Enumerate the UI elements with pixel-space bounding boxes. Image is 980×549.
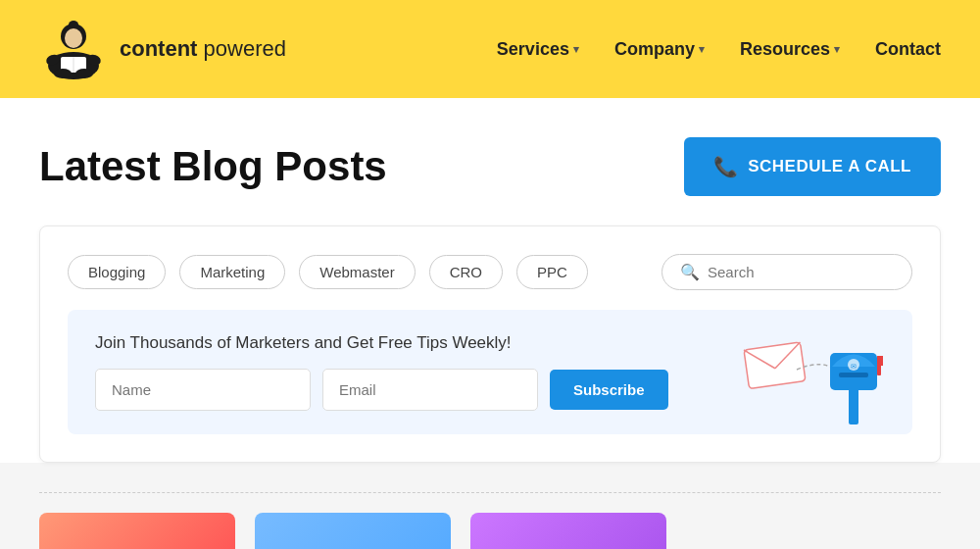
newsletter-email-input[interactable]: [322, 369, 538, 411]
newsletter-name-input[interactable]: [95, 369, 311, 411]
newsletter-fields: Subscribe: [95, 369, 716, 411]
svg-point-2: [65, 28, 82, 48]
svg-text:✉: ✉: [851, 363, 857, 370]
chevron-down-icon: ▾: [834, 43, 840, 56]
newsletter-strip: Join Thousands of Marketers and Get Free…: [68, 310, 912, 434]
card-preview-3: [470, 513, 666, 549]
filter-tag-ppc[interactable]: PPC: [516, 255, 588, 289]
search-input[interactable]: [708, 264, 894, 280]
card-preview-1: [39, 513, 235, 549]
svg-rect-17: [877, 356, 883, 366]
logo-icon: [39, 15, 108, 83]
main-nav: Services ▾ Company ▾ Resources ▾ Contact: [497, 39, 941, 60]
logo-text: content powered: [120, 38, 286, 60]
schedule-call-button[interactable]: 📞 SCHEDULE A CALL: [684, 137, 941, 196]
chevron-down-icon: ▾: [699, 43, 705, 56]
svg-point-8: [54, 69, 72, 78]
svg-point-3: [69, 21, 78, 28]
newsletter-title: Join Thousands of Marketers and Get Free…: [95, 333, 716, 353]
svg-rect-10: [744, 341, 806, 388]
chevron-down-icon: ▾: [573, 43, 579, 56]
search-icon: 🔍: [680, 263, 700, 281]
page-header-row: Latest Blog Posts 📞 SCHEDULE A CALL: [39, 137, 941, 196]
card-preview-2: [255, 513, 451, 549]
nav-item-resources[interactable]: Resources ▾: [740, 39, 840, 60]
filter-tag-blogging[interactable]: Blogging: [68, 255, 166, 289]
logo[interactable]: content powered: [39, 15, 286, 83]
filter-tag-marketing[interactable]: Marketing: [179, 255, 285, 289]
nav-item-contact[interactable]: Contact: [875, 39, 941, 60]
content-card: Blogging Marketing Webmaster CRO PPC 🔍 J…: [39, 225, 941, 463]
subscribe-button[interactable]: Subscribe: [550, 370, 668, 410]
card-preview-row: [0, 493, 980, 549]
page-title: Latest Blog Posts: [39, 143, 387, 190]
search-box: 🔍: [662, 254, 912, 290]
site-header: content powered Services ▾ Company ▾ Res…: [0, 0, 980, 98]
svg-point-9: [75, 69, 93, 78]
filter-bar: Blogging Marketing Webmaster CRO PPC 🔍: [68, 254, 912, 290]
main-content: Latest Blog Posts 📞 SCHEDULE A CALL Blog…: [0, 98, 980, 463]
nav-item-company[interactable]: Company ▾: [614, 39, 705, 60]
filter-tag-cro[interactable]: CRO: [429, 255, 503, 289]
svg-rect-13: [849, 385, 858, 424]
filter-tag-webmaster[interactable]: Webmaster: [299, 255, 415, 289]
svg-rect-15: [839, 373, 868, 377]
phone-icon: 📞: [713, 155, 739, 178]
mailbox-illustration: ✉: [716, 310, 893, 434]
nav-item-services[interactable]: Services ▾: [497, 39, 579, 60]
